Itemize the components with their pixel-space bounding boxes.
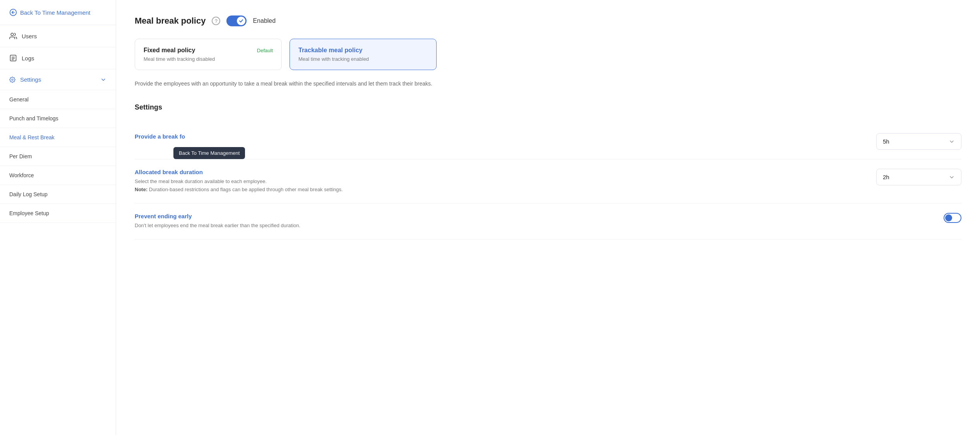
allocated-break-info: Allocated break duration Select the meal…	[135, 169, 367, 194]
prevent-ending-early-info: Prevent ending early Don't let employees…	[135, 213, 367, 230]
fixed-policy-subtitle: Meal time with tracking disabled	[144, 56, 273, 62]
help-icon[interactable]: ?	[212, 17, 220, 25]
main-content: Meal break policy ? Enabled Fixed mea	[116, 0, 980, 435]
sidebar-item-general[interactable]: General	[0, 90, 116, 109]
provide-break-control: 5h	[876, 133, 961, 150]
chevron-down-allocated-icon	[949, 174, 955, 180]
provide-break-info: Provide a break fo	[135, 133, 367, 142]
back-label: Back To Time Management	[20, 9, 90, 16]
provide-break-value: 5h	[883, 138, 889, 145]
allocated-break-desc: Select the meal break duration available…	[135, 178, 367, 194]
chevron-down-select-icon	[949, 139, 955, 145]
enabled-label: Enabled	[253, 17, 276, 24]
sidebar-item-per-diem[interactable]: Per Diem	[0, 147, 116, 166]
svg-point-7	[12, 79, 13, 80]
allocated-break-value: 2h	[883, 174, 889, 180]
fixed-meal-policy-card[interactable]: Fixed meal policy Default Meal time with…	[135, 39, 282, 70]
prevent-ending-early-toggle[interactable]	[944, 213, 961, 223]
trackable-policy-subtitle: Meal time with tracking enabled	[298, 56, 428, 62]
fixed-policy-default: Default	[257, 48, 273, 53]
trackable-card-header: Trackable meal policy	[298, 47, 428, 54]
sidebar-item-logs[interactable]: Logs	[0, 47, 116, 69]
prevent-ending-early-control	[876, 213, 961, 223]
users-icon	[9, 32, 17, 40]
sidebar-item-meal-rest-break[interactable]: Meal & Rest Break	[0, 128, 116, 147]
sidebar-item-workforce[interactable]: Workforce	[0, 166, 116, 185]
settings-label: Settings	[20, 76, 41, 83]
allocated-break-row: Allocated break duration Select the meal…	[135, 159, 961, 204]
settings-icon	[9, 77, 15, 83]
tooltip-popup: Back To Time Management	[173, 147, 245, 159]
provide-break-select[interactable]: 5h	[876, 133, 961, 150]
content-area: Meal break policy ? Enabled Fixed mea	[116, 0, 980, 435]
policy-description: Provide the employees with an opportunit…	[135, 79, 961, 88]
allocated-break-label: Allocated break duration	[135, 169, 367, 175]
trackable-meal-policy-card[interactable]: Trackable meal policy Meal time with tra…	[290, 39, 437, 70]
settings-title: Settings	[135, 103, 961, 111]
sidebar-settings-header[interactable]: Settings	[0, 69, 116, 90]
policy-header: Meal break policy ? Enabled	[135, 15, 961, 26]
logs-icon	[9, 54, 17, 62]
sidebar-settings-group: Settings General Punch and Timelogs Meal…	[0, 69, 116, 223]
page-title: Meal break policy	[135, 16, 206, 26]
sidebar-item-punch-timelogs[interactable]: Punch and Timelogs	[0, 109, 116, 128]
sidebar: Back To Time Management Users Logs	[0, 0, 116, 435]
back-to-time-management[interactable]: Back To Time Management	[0, 0, 116, 25]
allocated-break-control: 2h	[876, 169, 961, 185]
prevent-ending-early-row: Prevent ending early Don't let employees…	[135, 204, 961, 240]
allocated-break-select[interactable]: 2h	[876, 169, 961, 185]
prevent-ending-early-label: Prevent ending early	[135, 213, 367, 219]
sidebar-item-daily-log-setup[interactable]: Daily Log Setup	[0, 185, 116, 204]
svg-rect-3	[10, 55, 16, 61]
fixed-policy-title: Fixed meal policy	[144, 47, 195, 54]
provide-break-label: Provide a break fo	[135, 133, 367, 140]
meal-break-toggle[interactable]	[226, 15, 247, 26]
users-label: Users	[22, 33, 37, 39]
policy-cards: Fixed meal policy Default Meal time with…	[135, 39, 961, 70]
provide-break-row: Provide a break fo 5h Back To Time Manag…	[135, 124, 961, 159]
svg-point-2	[11, 33, 14, 36]
back-icon	[9, 9, 17, 16]
sidebar-item-users[interactable]: Users	[0, 25, 116, 47]
logs-label: Logs	[22, 55, 34, 62]
fixed-card-header: Fixed meal policy Default	[144, 47, 273, 54]
check-icon	[239, 19, 243, 23]
prevent-ending-early-desc: Don't let employees end the meal break e…	[135, 222, 367, 230]
trackable-policy-title: Trackable meal policy	[298, 47, 362, 54]
chevron-down-icon	[100, 77, 106, 83]
settings-section: Settings Provide a break fo 5h	[135, 103, 961, 239]
sidebar-item-employee-setup[interactable]: Employee Setup	[0, 204, 116, 223]
